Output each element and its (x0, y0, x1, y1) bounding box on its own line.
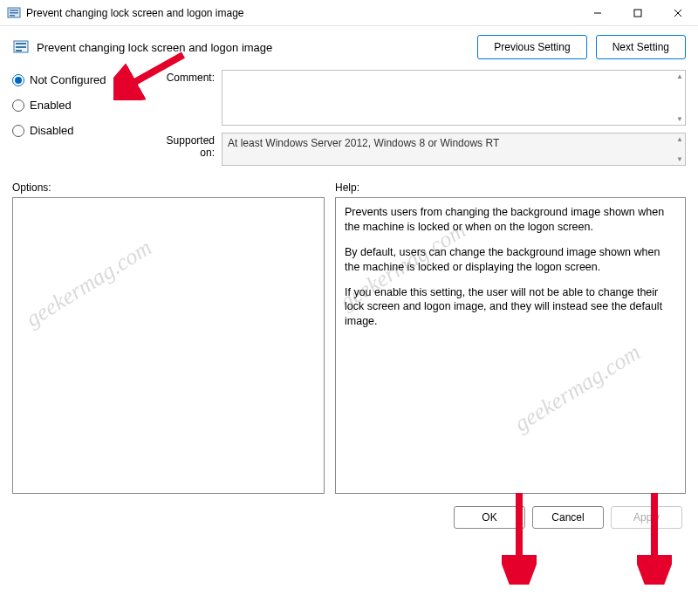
comment-input[interactable]: ▲ ▼ (222, 70, 686, 126)
radio-disabled[interactable]: Disabled (12, 124, 143, 137)
supported-text: At least Windows Server 2012, Windows 8 … (228, 137, 499, 149)
close-button[interactable] (658, 0, 698, 26)
supported-text-box: At least Windows Server 2012, Windows 8 … (222, 133, 686, 166)
previous-setting-button[interactable]: Previous Setting (477, 35, 586, 59)
help-paragraph: Prevents users from changing the backgro… (345, 205, 676, 235)
supported-label: Supported on: (154, 133, 222, 159)
gpedit-icon (7, 6, 21, 20)
ok-button[interactable]: OK (454, 506, 525, 529)
radio-label: Not Configured (30, 73, 106, 86)
radio-indicator-icon (12, 74, 24, 86)
scroll-up-icon[interactable]: ▲ (676, 135, 683, 143)
svg-rect-3 (10, 15, 15, 17)
comment-row: Comment: ▲ ▼ (154, 70, 686, 126)
scroll-up-icon[interactable]: ▲ (676, 72, 683, 80)
policy-icon (12, 38, 30, 56)
svg-rect-2 (10, 12, 18, 14)
svg-rect-5 (634, 10, 641, 17)
help-label: Help: (335, 181, 359, 194)
supported-row: Supported on: At least Windows Server 20… (154, 133, 686, 166)
radio-enabled[interactable]: Enabled (12, 99, 143, 112)
panels-row: Prevents users from changing the backgro… (0, 197, 698, 494)
options-label: Options: (12, 181, 335, 194)
page-title: Prevent changing lock screen and logon i… (37, 41, 272, 54)
radio-label: Enabled (30, 99, 72, 112)
fields-column: Comment: ▲ ▼ Supported on: At least Wind… (154, 70, 686, 173)
comment-label: Comment: (154, 70, 222, 84)
svg-rect-11 (16, 50, 22, 51)
state-radio-group: Not Configured Enabled Disabled (12, 70, 143, 173)
window-controls (578, 0, 698, 26)
help-paragraph: If you enable this setting, the user wil… (345, 285, 676, 330)
scroll-down-icon[interactable]: ▼ (676, 115, 683, 123)
svg-rect-9 (16, 43, 26, 44)
window-title: Prevent changing lock screen and logon i… (26, 7, 578, 19)
nav-buttons: Previous Setting Next Setting (477, 35, 686, 59)
config-section: Not Configured Enabled Disabled Comment:… (0, 63, 698, 173)
svg-rect-10 (16, 46, 26, 48)
next-setting-button[interactable]: Next Setting (596, 35, 686, 59)
titlebar: Prevent changing lock screen and logon i… (0, 0, 698, 26)
maximize-button[interactable] (618, 0, 658, 26)
radio-not-configured[interactable]: Not Configured (12, 73, 143, 86)
help-panel: Prevents users from changing the backgro… (335, 197, 686, 494)
lower-labels: Options: Help: (0, 173, 698, 197)
header-row: Prevent changing lock screen and logon i… (0, 26, 698, 63)
radio-indicator-icon (12, 99, 24, 112)
radio-indicator-icon (12, 125, 24, 137)
svg-rect-1 (10, 10, 18, 11)
scroll-down-icon[interactable]: ▼ (676, 155, 683, 163)
apply-button[interactable]: Apply (611, 506, 682, 529)
cancel-button[interactable]: Cancel (532, 506, 604, 529)
help-paragraph: By default, users can change the backgro… (345, 245, 676, 275)
options-panel (12, 197, 325, 494)
dialog-buttons: OK Cancel Apply (0, 494, 698, 529)
minimize-button[interactable] (578, 0, 618, 26)
radio-label: Disabled (30, 124, 74, 137)
